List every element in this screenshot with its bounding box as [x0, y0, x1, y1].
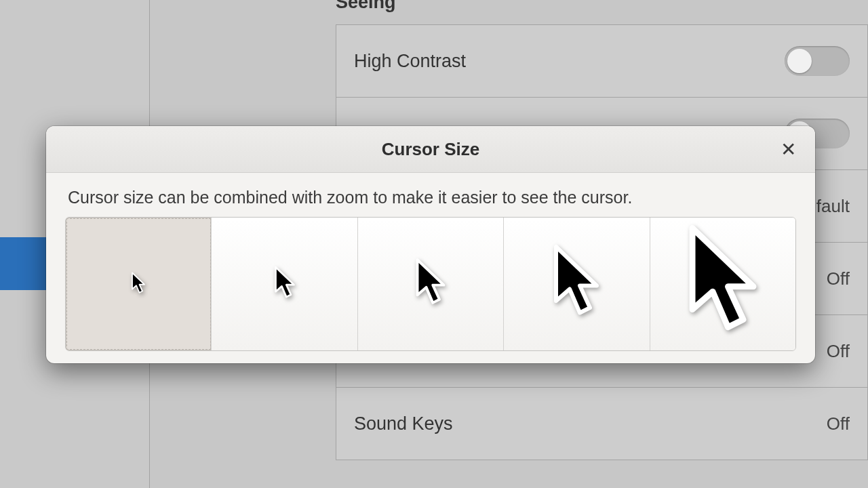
cursor-size-option-3[interactable] — [358, 218, 504, 350]
cursor-size-option-2[interactable] — [212, 218, 357, 350]
cursor-size-option-4[interactable] — [504, 218, 650, 350]
dialog-body: Cursor size can be combined with zoom to… — [46, 173, 815, 363]
dialog-title: Cursor Size — [382, 139, 480, 160]
row-value: Off — [827, 413, 850, 434]
cursor-icon — [682, 223, 764, 345]
dialog-description: Cursor size can be combined with zoom to… — [68, 188, 796, 207]
cursor-size-option-5[interactable] — [650, 218, 795, 350]
cursor-icon — [273, 266, 297, 302]
cursor-icon — [130, 272, 146, 296]
row-label: Sound Keys — [354, 413, 453, 434]
row-value: Off — [827, 341, 850, 362]
row-label: High Contrast — [354, 51, 466, 72]
row-high-contrast[interactable]: High Contrast — [336, 25, 867, 98]
cursor-size-options — [65, 217, 796, 351]
high-contrast-toggle[interactable] — [785, 46, 850, 76]
row-value: fault — [816, 196, 850, 217]
cursor-size-dialog: Cursor Size ✕ Cursor size can be combine… — [46, 126, 815, 363]
row-value: Off — [827, 268, 850, 289]
dialog-header: Cursor Size ✕ — [46, 126, 815, 173]
close-button[interactable]: ✕ — [774, 136, 802, 163]
row-sound-keys[interactable]: Sound Keys Off — [336, 388, 867, 460]
section-heading-seeing: Seeing — [336, 0, 396, 13]
close-icon: ✕ — [781, 138, 796, 161]
cursor-icon — [413, 258, 448, 310]
cursor-icon — [549, 243, 604, 325]
cursor-size-option-1[interactable] — [66, 218, 212, 350]
